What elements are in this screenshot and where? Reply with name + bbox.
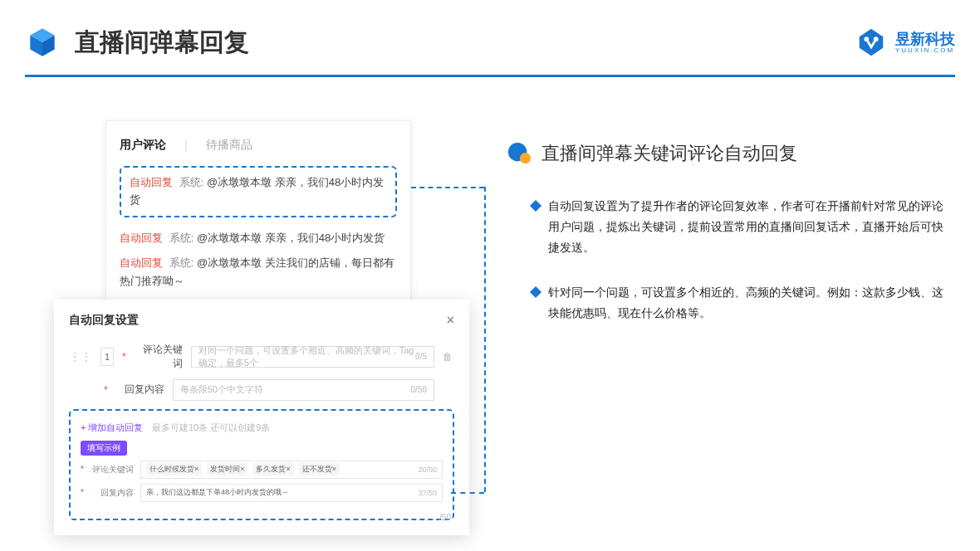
content-row: * 回复内容 每条限50个中文字符 0/50 🗑: [69, 379, 454, 401]
svg-point-6: [520, 153, 531, 163]
chat-bubble-icon: [507, 141, 532, 166]
tag-chip[interactable]: 还不发货×: [299, 463, 340, 475]
required-marker: *: [104, 384, 108, 396]
example-section: + 增加自动回复 最多可建10条 还可以创建9条 填写示例 * 评论关键词 什么…: [69, 409, 454, 520]
modal-header: 自动回复设置 ×: [69, 313, 454, 328]
comment-panel: 用户评论 | 待播商品 自动回复 系统: @冰墩墩本墩 亲亲，我们48小时内发货…: [105, 120, 411, 305]
keyword-input[interactable]: 对同一个问题，可设置多个相近、高频的关键词，Tag确定，最多5个 0/5: [191, 346, 434, 368]
tag-chip[interactable]: 发货时间×: [207, 463, 247, 475]
comment-tabs: 用户评论 | 待播商品: [120, 138, 397, 153]
example-badge: 填写示例: [81, 441, 127, 456]
example-keyword-label: 评论关键词: [91, 464, 134, 475]
content-label: 回复内容: [116, 383, 164, 397]
logo-en: YUUXIN.COM: [895, 46, 955, 54]
message-body: @冰墩墩本墩 亲亲，我们48小时内发货: [197, 232, 385, 244]
auto-reply-tag: 自动回复: [120, 232, 163, 244]
diamond-icon: [530, 285, 541, 297]
system-label: 系统:: [169, 232, 194, 244]
connector-line: [451, 492, 484, 494]
drag-handle-icon[interactable]: ⋮⋮: [69, 350, 92, 363]
cube-icon: [25, 25, 60, 60]
extra-count: /50: [439, 513, 451, 522]
section-header: 直播间弹幕关键词评论自动回复: [507, 141, 947, 166]
keyword-count: 0/5: [415, 352, 427, 361]
section-title: 直播间弹幕关键词评论自动回复: [541, 141, 797, 166]
example-keyword-input[interactable]: 什么时候发货× 发货时间× 多久发货× 还不发货× 20/50: [140, 461, 443, 479]
keyword-placeholder: 对同一个问题，可设置多个相近、高频的关键词，Tag确定，最多5个: [198, 344, 415, 369]
content-input[interactable]: 每条限50个中文字符 0/50: [173, 379, 434, 401]
example-content-row: * 回复内容 亲，我们这边都是下单48小时内发货的哦～ 37/50: [81, 484, 443, 502]
auto-reply-tag: 自动回复: [130, 176, 173, 188]
auto-reply-settings-modal: 自动回复设置 × ⋮⋮ 1 * 评论关键词 对同一个问题，可设置多个相近、高频的…: [54, 300, 469, 535]
system-label: 系统:: [179, 176, 204, 188]
modal-title: 自动回复设置: [69, 313, 139, 328]
screenshot-area: 用户评论 | 待播商品 自动回复 系统: @冰墩墩本墩 亲亲，我们48小时内发货…: [54, 120, 469, 535]
bullet-item: 针对同一个问题，可设置多个相近的、高频的关键词。例如：这款多少钱、这块能优惠吗、…: [507, 282, 947, 324]
required-marker: *: [81, 465, 84, 474]
example-keyword-count: 20/50: [418, 466, 437, 474]
tag-chip[interactable]: 什么时候发货×: [146, 463, 202, 475]
example-content-text: 亲，我们这边都是下单48小时内发货的哦～: [146, 487, 289, 498]
system-label: 系统:: [169, 256, 194, 269]
example-keyword-row: * 评论关键词 什么时候发货× 发货时间× 多久发货× 还不发货× 20/50: [81, 461, 443, 479]
required-marker: *: [81, 488, 84, 497]
auto-reply-tag: 自动回复: [120, 256, 163, 269]
bullet-text: 针对同一个问题，可设置多个相近的、高频的关键词。例如：这款多少钱、这块能优惠吗、…: [548, 282, 947, 324]
keyword-label: 评论关键词: [135, 343, 183, 371]
logo-cn: 昱新科技: [895, 32, 955, 46]
close-icon[interactable]: ×: [447, 313, 454, 328]
delete-icon[interactable]: 🗑: [443, 351, 454, 363]
bullet-item: 自动回复设置为了提升作者的评论回复效率，作者可在开播前针对常见的评论用户问题，提…: [507, 196, 947, 259]
connector-line: [484, 187, 486, 492]
tab-comments[interactable]: 用户评论: [120, 138, 166, 153]
required-marker: *: [122, 351, 126, 363]
logo-text: 昱新科技 YUUXIN.COM: [895, 32, 955, 54]
keyword-row: ⋮⋮ 1 * 评论关键词 对同一个问题，可设置多个相近、高频的关键词，Tag确定…: [69, 343, 454, 371]
tab-products[interactable]: 待播商品: [206, 138, 252, 153]
diamond-icon: [530, 200, 541, 212]
row-number: 1: [100, 348, 114, 366]
description-panel: 直播间弹幕关键词评论自动回复 自动回复设置为了提升作者的评论回复效率，作者可在开…: [507, 141, 947, 347]
header-left: 直播间弹幕回复: [25, 25, 249, 60]
page-title: 直播间弹幕回复: [75, 26, 249, 60]
content-placeholder: 每条限50个中文字符: [180, 383, 263, 396]
page-header: 直播间弹幕回复 昱新科技 YUUXIN.COM: [25, 25, 955, 60]
example-content-input[interactable]: 亲，我们这边都是下单48小时内发货的哦～ 37/50: [140, 484, 443, 502]
connector-line: [411, 187, 484, 188]
content-count: 0/50: [411, 385, 427, 394]
comment-line: 自动回复 系统: @冰墩墩本墩 亲亲，我们48小时内发货: [120, 226, 397, 251]
add-reply-hint: 最多可建10条 还可以创建9条: [152, 422, 270, 432]
example-content-label: 回复内容: [91, 487, 134, 499]
example-content-count: 37/50: [418, 489, 437, 497]
highlighted-comment: 自动回复 系统: @冰墩墩本墩 亲亲，我们48小时内发货: [120, 166, 397, 217]
brand-logo: 昱新科技 YUUXIN.COM: [855, 27, 955, 58]
add-reply-link[interactable]: + 增加自动回复: [81, 422, 143, 432]
tab-separator: |: [184, 139, 188, 152]
tag-chip[interactable]: 多久发货×: [252, 463, 293, 475]
bullet-text: 自动回复设置为了提升作者的评论回复效率，作者可在开播前针对常见的评论用户问题，提…: [548, 196, 947, 259]
comment-line: 自动回复 系统: @冰墩墩本墩 关注我们的店铺，每日都有热门推荐呦～: [120, 251, 397, 294]
header-divider: [25, 75, 955, 77]
logo-mark-icon: [855, 27, 887, 58]
add-reply-row: + 增加自动回复 最多可建10条 还可以创建9条: [81, 419, 443, 434]
